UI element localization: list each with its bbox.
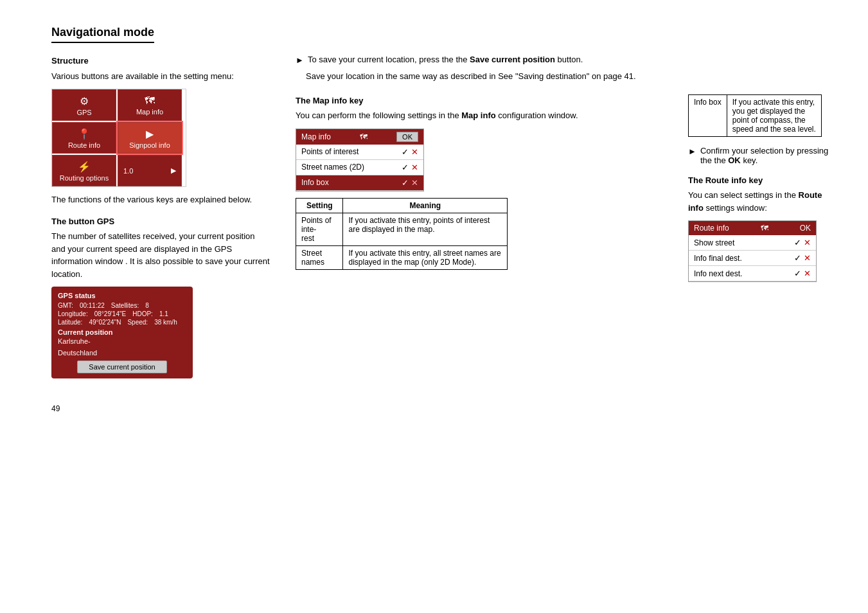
gps-info-row-2: Longitude: 08°29'14"E HDOP: 1.1 xyxy=(58,310,186,317)
check-icon-nextdest: ✓ xyxy=(794,269,801,278)
routeinfo-label: Route info xyxy=(68,141,100,149)
infobox-line1: If you activate this entry, xyxy=(732,98,815,107)
main-content: Structure Various buttons are available … xyxy=(51,55,829,385)
mapinfo-icon: 🗺 xyxy=(121,95,179,107)
setting-cell-poi: Points of inte- rest xyxy=(296,213,343,245)
nextdest-label: Info next dest. xyxy=(694,269,794,278)
routingoptions-button[interactable]: ⚡ Routing options xyxy=(52,155,116,186)
gps-label: GPS xyxy=(76,109,91,116)
speed-label: Speed: xyxy=(127,319,148,326)
route-info-heading: The Route info key xyxy=(688,174,829,187)
route-info-text: You can select settings in the Route inf… xyxy=(688,189,829,214)
speed-value: 38 km/h xyxy=(154,319,177,326)
infobox-label-cell: Info box xyxy=(689,94,727,136)
route-map-icon: 🗺 xyxy=(761,224,768,233)
structure-heading: Structure xyxy=(51,55,270,67)
signpoolinfo-icon: ▶ xyxy=(121,128,179,140)
gps-button[interactable]: ⚙ GPS xyxy=(52,89,116,121)
nav-buttons-grid: ⚙ GPS 🗺 Map info 📍 Route info ▶ Signpool… xyxy=(51,89,186,187)
x-icon-showstreet: ✕ xyxy=(804,238,811,247)
route-config-header: Route info 🗺 OK xyxy=(689,221,816,235)
location-line2: Deutschland xyxy=(58,349,186,357)
route-config-title: Route info xyxy=(694,224,729,233)
x-icon-nextdest: ✕ xyxy=(804,269,811,278)
page-title-container: Navigational mode xyxy=(51,26,829,55)
config-row-poi: Points of interest ✓ ✕ xyxy=(296,145,423,160)
map-info-text: You can perform the following settings i… xyxy=(296,109,669,122)
save-text2: Save your location in the same way as de… xyxy=(306,70,829,83)
config-row-streetnames: Street names (2D) ✓ ✕ xyxy=(296,160,423,175)
table-row-poi: Points of inte- rest If you activate thi… xyxy=(296,213,508,245)
route-info-config-window: Route info 🗺 OK Show street ✓ ✕ Info fin… xyxy=(688,220,817,282)
right-right: Info box If you activate this entry, you… xyxy=(688,94,829,289)
hdop-value: 1.1 xyxy=(159,310,168,317)
gps-icon: ⚙ xyxy=(55,95,113,107)
x-icon-finaldest: ✕ xyxy=(804,253,811,263)
infobox-line3: point of compass, the xyxy=(732,116,806,125)
meaning-cell-streetnames: If you activate this entry, all street n… xyxy=(343,245,508,269)
routeinfo-button[interactable]: 📍 Route info xyxy=(52,122,116,154)
x-icon-poi: ✕ xyxy=(411,147,418,157)
confirm-text: Confirm your selection by pressing the t… xyxy=(700,146,829,165)
left-column: Structure Various buttons are available … xyxy=(51,55,270,385)
map-info-config-window: Map info 🗺 OK Points of interest ✓ ✕ Str… xyxy=(296,129,424,191)
infobox-table: Info box If you activate this entry, you… xyxy=(688,94,822,137)
page-container: Navigational mode Structure Various butt… xyxy=(0,0,868,439)
gps-status-box: GPS status GMT: 00:11:22 Satellites: 8 L… xyxy=(51,287,193,378)
gmt-value: 00:11:22 xyxy=(80,302,105,309)
number-control[interactable]: 1.0 ▶ xyxy=(118,155,182,186)
number-value: 1.0 xyxy=(123,167,133,175)
save-current-position-button[interactable]: Save current position xyxy=(77,360,167,373)
current-position-label: Current position xyxy=(58,328,186,336)
gps-info-row-1: GMT: 00:11:22 Satellites: 8 xyxy=(58,302,186,309)
signpoolinfo-label: Signpool info xyxy=(129,141,170,149)
setting-cell-streetnames: Street names xyxy=(296,245,343,269)
x-icon-streetnames: ✕ xyxy=(411,163,418,172)
route-config-row-finaldest: Info final dest. ✓ ✕ xyxy=(689,251,816,266)
showstreet-label: Show street xyxy=(694,238,794,247)
routingoptions-icon: ⚡ xyxy=(55,161,113,173)
config-ok-button[interactable]: OK xyxy=(396,132,418,142)
x-icon-infobox: ✕ xyxy=(411,178,418,188)
config-row-streetnames-label: Street names (2D) xyxy=(301,163,402,172)
gps-info-row-3: Latitude: 49°02'24"N Speed: 38 km/h xyxy=(58,319,186,326)
right-column: ► To save your current location, press t… xyxy=(296,55,829,385)
longitude-value: 08°29'14"E xyxy=(94,310,127,317)
save-button-name: Save current position xyxy=(470,55,555,64)
mapinfo-label: Map info xyxy=(136,108,163,116)
page-title: Navigational mode xyxy=(51,26,154,43)
save-bullet: ► To save your current location, press t… xyxy=(296,55,829,65)
right-left: The Map info key You can perform the fol… xyxy=(296,94,669,289)
infobox-line4: speed and the sea level. xyxy=(732,125,816,134)
map-info-key-heading: The Map info key xyxy=(296,94,669,107)
route-config-ok-button[interactable]: OK xyxy=(800,224,811,233)
mapinfo-button[interactable]: 🗺 Map info xyxy=(118,89,182,121)
latitude-label: Latitude: xyxy=(58,319,82,326)
structure-text: Various buttons are available in the set… xyxy=(51,70,270,83)
hdop-label: HDOP: xyxy=(132,310,153,317)
gps-status-title: GPS status xyxy=(58,292,186,299)
bullet-arrow-icon: ► xyxy=(296,55,304,65)
check-icon-streetnames: ✓ xyxy=(402,163,409,172)
functions-text: The functions of the various keys are ex… xyxy=(51,193,270,206)
check-icon-showstreet: ✓ xyxy=(794,238,801,247)
check-icon-finaldest: ✓ xyxy=(794,253,801,263)
button-gps-text: The number of satellites received, your … xyxy=(51,230,270,280)
save-bullet-text: To save your current location, press the… xyxy=(308,55,583,65)
setting-col-header: Setting xyxy=(296,198,343,213)
config-header: Map info 🗺 OK xyxy=(296,129,423,145)
location-line1: Karlsruhe- xyxy=(58,337,186,345)
meaning-cell-poi: If you activate this entry, points of in… xyxy=(343,213,508,245)
config-row-poi-label: Points of interest xyxy=(301,147,402,156)
confirm-arrow-icon: ► xyxy=(688,147,696,165)
map-icon: 🗺 xyxy=(360,132,368,141)
table-row-streetnames: Street names If you activate this entry,… xyxy=(296,245,508,269)
finaldest-label: Info final dest. xyxy=(694,254,794,263)
satellites-label: Satellites: xyxy=(111,302,139,309)
page-number: 49 xyxy=(51,404,829,413)
config-title: Map info xyxy=(301,132,331,141)
longitude-label: Longitude: xyxy=(58,310,88,317)
setting-poi-line1: Points of inte- xyxy=(301,216,332,234)
signpoolinfo-button[interactable]: ▶ Signpool info xyxy=(118,122,182,154)
meaning-col-header: Meaning xyxy=(343,198,508,213)
